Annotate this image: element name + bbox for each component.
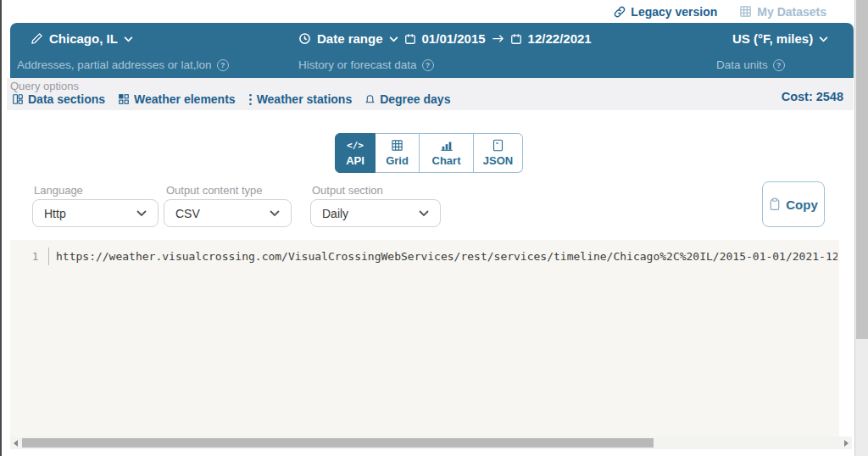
location-selector[interactable]: Chicago, IL: [31, 31, 133, 46]
tab-chart-label: Chart: [432, 154, 461, 167]
query-options-links: Data sections Weather elements Weather s…: [12, 92, 450, 106]
help-icon[interactable]: ?: [422, 59, 434, 71]
scroll-right-arrow-icon[interactable]: [844, 440, 849, 447]
output-tabs: </> API Grid Chart JSON: [335, 133, 523, 173]
query-header: Chicago, IL Addresses, partial addresses…: [10, 23, 854, 78]
output-section-select[interactable]: Daily: [310, 199, 441, 227]
chevron-down-icon: [124, 36, 133, 42]
date-range-selector[interactable]: Date range 01/01/2015 12/22/2021: [298, 31, 592, 46]
output-section-label: Output section: [312, 184, 383, 197]
api-url-code-area[interactable]: 1 https://weather.visualcrossing.com/Vis…: [10, 240, 839, 449]
units-hint: Data units ?: [716, 58, 785, 71]
tab-json-label: JSON: [483, 154, 513, 167]
scroll-left-arrow-icon[interactable]: [14, 440, 18, 447]
date-start-value[interactable]: 01/01/2015: [422, 31, 486, 46]
data-sections-link[interactable]: Data sections: [12, 92, 105, 106]
gutter-divider: [48, 247, 49, 265]
date-end-value[interactable]: 12/22/2021: [528, 31, 592, 46]
grid-icon: [391, 139, 403, 152]
query-options-bar: Query options Data sections Weather elem…: [7, 78, 854, 110]
degree-days-label: Degree days: [380, 92, 450, 106]
units-selector[interactable]: US (°F, miles): [732, 31, 828, 46]
vertical-scrollbar-thumb[interactable]: [856, 0, 868, 339]
data-sections-label: Data sections: [28, 92, 105, 106]
chevron-down-icon: [389, 36, 398, 42]
copy-button-label: Copy: [786, 197, 818, 212]
degree-days-link[interactable]: Degree days: [364, 92, 450, 106]
json-file-icon: [492, 139, 504, 152]
my-datasets-link[interactable]: My Datasets: [739, 5, 826, 19]
chevron-down-icon: [819, 36, 828, 42]
clipboard-icon: [769, 197, 781, 211]
horizontal-scrollbar-thumb[interactable]: [22, 438, 654, 448]
help-icon[interactable]: ?: [217, 59, 229, 71]
chevron-down-icon: [136, 210, 147, 217]
units-value: US (°F, miles): [732, 31, 813, 46]
horizontal-scrollbar[interactable]: [10, 437, 852, 449]
cost-badge: Cost: 2548: [782, 90, 843, 103]
link-icon: [614, 6, 626, 18]
weather-stations-link[interactable]: Weather stations: [248, 92, 353, 106]
content-type-select[interactable]: CSV: [164, 199, 292, 227]
tab-chart[interactable]: Chart: [420, 133, 474, 173]
date-range-label: Date range: [317, 31, 383, 46]
date-hint: History or forecast data ?: [298, 58, 434, 71]
query-options-title: Query options: [10, 80, 79, 92]
window-left-edge: [0, 0, 2, 456]
calendar-icon: [404, 33, 416, 45]
units-hint-text: Data units: [716, 58, 768, 71]
tab-grid[interactable]: Grid: [376, 133, 420, 173]
my-datasets-label: My Datasets: [757, 5, 826, 19]
code-icon: </>: [347, 139, 364, 152]
pencil-icon: [31, 32, 43, 45]
vertical-dots-icon: [248, 93, 253, 106]
vertical-scrollbar[interactable]: [854, 0, 868, 456]
language-select[interactable]: Http: [32, 199, 159, 227]
chevron-down-icon: [270, 210, 280, 217]
language-label: Language: [34, 184, 83, 197]
top-links-bar: Legacy version My Datasets: [0, 0, 839, 23]
help-icon[interactable]: ?: [773, 59, 785, 71]
language-value: Http: [44, 207, 66, 220]
weather-stations-label: Weather stations: [257, 92, 353, 106]
location-hint-text: Addresses, partial addresses or lat,lon: [17, 58, 212, 71]
arrow-right-icon: [492, 34, 504, 43]
legacy-version-link[interactable]: Legacy version: [614, 5, 717, 19]
tab-api[interactable]: </> API: [335, 133, 376, 173]
api-url-text[interactable]: https://weather.visualcrossing.com/Visua…: [56, 250, 837, 263]
grid-squares-icon: [118, 93, 130, 105]
content-type-value: CSV: [175, 207, 200, 220]
table-icon: [739, 5, 752, 18]
location-value: Chicago, IL: [49, 31, 118, 46]
columns-icon: [12, 93, 24, 105]
clock-icon: [298, 32, 311, 45]
bar-chart-icon: [440, 139, 453, 152]
chevron-down-icon: [419, 210, 429, 217]
copy-button[interactable]: Copy: [762, 181, 825, 227]
legacy-version-label: Legacy version: [631, 5, 717, 19]
weather-elements-label: Weather elements: [134, 92, 236, 106]
tab-api-label: API: [346, 154, 364, 167]
weather-elements-link[interactable]: Weather elements: [118, 92, 236, 106]
location-hint: Addresses, partial addresses or lat,lon …: [17, 58, 229, 71]
tab-grid-label: Grid: [386, 154, 409, 167]
content-type-label: Output content type: [166, 184, 262, 197]
date-hint-text: History or forecast data: [298, 58, 417, 71]
calendar-icon: [510, 33, 522, 45]
output-section-value: Daily: [322, 207, 348, 220]
bell-icon: [364, 93, 376, 105]
line-number: 1: [32, 251, 38, 263]
tab-json[interactable]: JSON: [474, 133, 523, 173]
